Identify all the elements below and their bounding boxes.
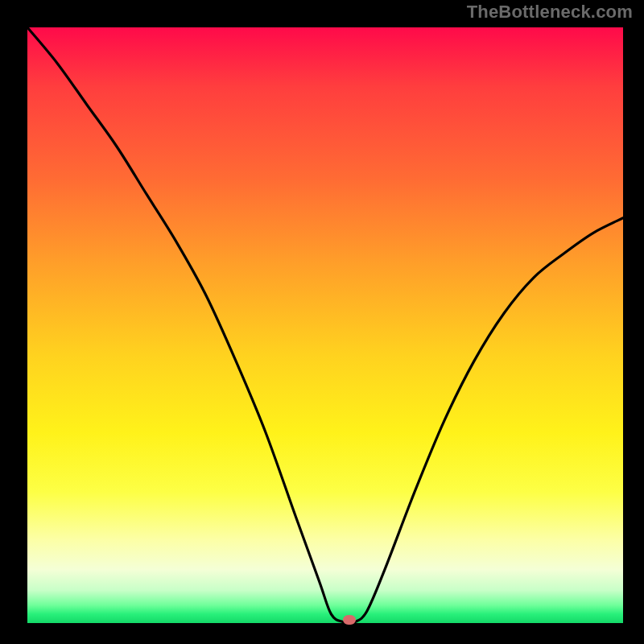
optimum-marker [343,615,356,625]
plot-area [27,27,623,623]
bottleneck-curve [27,27,623,623]
chart-frame: TheBottleneck.com [0,0,644,644]
watermark-text: TheBottleneck.com [467,2,633,23]
